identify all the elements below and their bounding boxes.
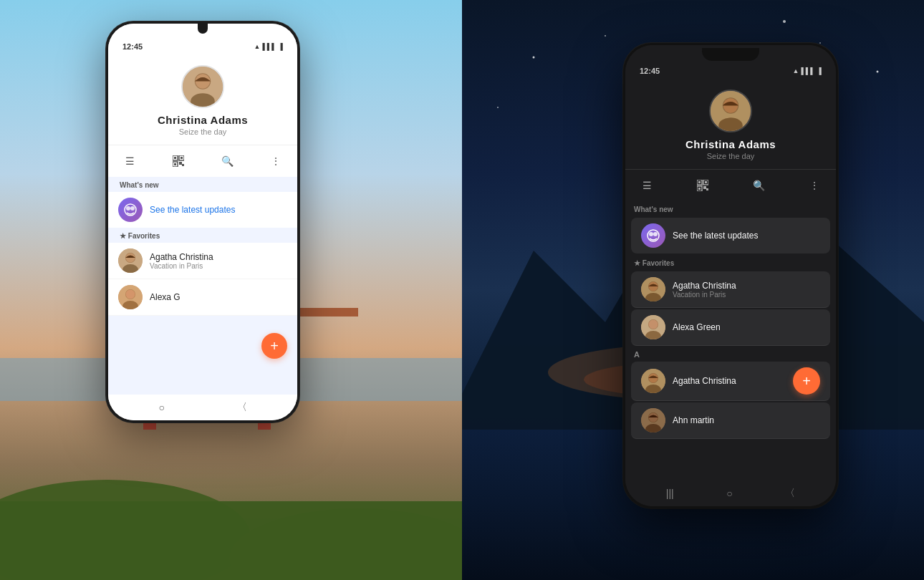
updates-text-light: See the latest updates <box>150 205 235 215</box>
battery-icon-dark: ▐ <box>817 67 822 74</box>
section-a-dark: A <box>631 347 830 360</box>
avatar-light <box>181 65 224 108</box>
profile-name-light: Christina Adams <box>158 114 248 126</box>
avatar-dark <box>709 90 752 132</box>
contact-item-agatha-a-dark[interactable]: Agatha Christina + <box>631 362 830 401</box>
svg-rect-33 <box>182 164 184 166</box>
fab-icon-light: + <box>270 338 279 354</box>
svg-point-36 <box>126 206 130 211</box>
contact-name-agatha-a-dark: Agatha Christina <box>673 376 786 386</box>
contact-info-ahn-dark: Ahn martin <box>673 415 820 425</box>
fab-dark[interactable]: + <box>793 367 820 395</box>
phone-dark: 12:45 ▲ ▌▌▌ ▐ Christina Adams Seize the … <box>623 43 838 508</box>
contact-name-agatha-dark: Agatha Christina <box>673 281 820 291</box>
svg-rect-53 <box>705 181 707 183</box>
svg-point-9 <box>533 57 535 59</box>
svg-rect-31 <box>174 163 176 165</box>
svg-point-69 <box>649 320 658 329</box>
nav-home-btn-light[interactable]: ○ <box>158 402 164 413</box>
more-icon-light[interactable]: ⋮ <box>266 151 286 171</box>
signal-icon-dark: ▌▌▌ <box>801 67 814 74</box>
svg-point-13 <box>877 71 879 73</box>
phone-light: 12:45 ▲ ▌▌▌ ▐ Christina Adams Seize the … <box>106 21 299 422</box>
svg-rect-6 <box>0 501 462 580</box>
status-time-light: 12:45 <box>122 42 143 51</box>
profile-name-dark: Christina Adams <box>685 138 776 150</box>
menu-icon-light[interactable]: ☰ <box>120 151 140 171</box>
profile-section-light: Christina Adams Seize the day <box>108 54 297 145</box>
battery-icon-light: ▐ <box>279 43 283 50</box>
contact-info-agatha-a-dark: Agatha Christina <box>673 376 786 386</box>
svg-rect-29 <box>181 157 183 159</box>
nav-home-btn-dark[interactable]: ○ <box>726 488 732 499</box>
contact-avatar-agatha-a-dark <box>641 369 665 393</box>
svg-rect-34 <box>181 162 182 163</box>
updates-item-light[interactable]: See the latest updates <box>108 192 297 228</box>
updates-icon-light <box>118 198 143 222</box>
contact-info-alexa-light: Alexa G <box>150 292 287 302</box>
whats-new-label-dark: What's new <box>631 201 830 216</box>
notch-dark <box>702 48 759 61</box>
wifi-icon-dark: ▲ <box>793 67 799 74</box>
contact-name-agatha-light: Agatha Christina <box>150 252 287 262</box>
profile-section-dark: Christina Adams Seize the day <box>625 78 836 169</box>
favorites-label-light: ★ Favorites <box>108 228 297 243</box>
contact-item-alexa-light[interactable]: Alexa G <box>108 279 297 316</box>
status-bar-light: 12:45 ▲ ▌▌▌ ▐ <box>108 37 297 54</box>
status-icons-light: ▲ ▌▌▌ ▐ <box>254 43 283 50</box>
contact-status-agatha-dark: Vacation in Paris <box>673 291 820 299</box>
contact-name-alexa-dark: Alexa Green <box>673 322 820 332</box>
svg-point-45 <box>126 290 135 299</box>
svg-point-10 <box>605 35 606 37</box>
updates-icon-dark <box>641 223 665 248</box>
updates-item-dark[interactable]: See the latest updates <box>631 218 830 253</box>
contacts-list-dark: What's new See the latest updates ★ Favo… <box>625 201 836 480</box>
contact-status-agatha-light: Vacation in Paris <box>150 262 287 270</box>
nav-back-btn-light[interactable]: 〈 <box>237 401 247 414</box>
svg-rect-58 <box>705 186 706 188</box>
wifi-icon-light: ▲ <box>254 43 261 50</box>
contact-item-agatha-light[interactable]: Agatha Christina Vacation in Paris <box>108 243 297 279</box>
svg-rect-27 <box>174 157 176 159</box>
qr-icon-light[interactable] <box>168 151 188 171</box>
svg-point-14 <box>497 107 499 108</box>
contact-avatar-agatha-dark <box>641 277 665 301</box>
contact-item-ahn-dark[interactable]: Ahn martin <box>631 402 830 439</box>
nav-back-btn-dark[interactable]: 〈 <box>785 487 795 500</box>
contact-avatar-ahn-dark <box>641 408 665 432</box>
contact-info-alexa-dark: Alexa Green <box>673 322 820 332</box>
svg-rect-51 <box>698 181 701 183</box>
qr-icon-dark[interactable] <box>693 175 713 195</box>
nav-recent-btn-dark[interactable]: ||| <box>666 488 674 499</box>
contact-avatar-agatha-light <box>118 248 143 273</box>
svg-point-37 <box>130 206 135 211</box>
nav-bar-light: ○ 〈 <box>108 395 297 420</box>
toolbar-light: ☰ 🔍 ⋮ <box>108 145 297 177</box>
profile-subtitle-dark: Seize the day <box>707 152 755 160</box>
search-icon-light[interactable]: 🔍 <box>217 151 237 171</box>
favorites-label-dark: ★ Favorites <box>631 255 830 270</box>
search-icon-dark[interactable]: 🔍 <box>749 175 769 195</box>
contact-item-agatha-dark[interactable]: Agatha Christina Vacation in Paris <box>631 271 830 308</box>
contacts-list-light: What's new See the latest updates ★ Favo… <box>108 177 297 395</box>
menu-icon-dark[interactable]: ☰ <box>637 175 657 195</box>
signal-icon-light: ▌▌▌ <box>262 43 276 50</box>
svg-point-60 <box>649 232 653 236</box>
toolbar-dark: ☰ 🔍 ⋮ <box>625 169 836 201</box>
more-icon-dark[interactable]: ⋮ <box>804 175 824 195</box>
status-bar-dark: 12:45 ▲ ▌▌▌ ▐ <box>625 61 836 78</box>
contact-info-agatha-light: Agatha Christina Vacation in Paris <box>150 252 287 270</box>
nav-bar-dark: ||| ○ 〈 <box>625 480 836 506</box>
whats-new-label-light: What's new <box>108 177 297 192</box>
contact-avatar-alexa-light <box>118 285 143 309</box>
svg-point-12 <box>819 42 821 44</box>
status-icons-dark: ▲ ▌▌▌ ▐ <box>793 67 822 74</box>
fab-light[interactable]: + <box>261 333 287 359</box>
svg-point-61 <box>653 232 658 236</box>
updates-text-dark: See the latest updates <box>673 231 758 241</box>
profile-subtitle-light: Seize the day <box>179 127 227 136</box>
svg-point-15 <box>783 20 786 23</box>
contact-item-alexa-dark[interactable]: Alexa Green <box>631 309 830 346</box>
svg-rect-55 <box>698 188 701 190</box>
status-time-dark: 12:45 <box>640 67 660 75</box>
